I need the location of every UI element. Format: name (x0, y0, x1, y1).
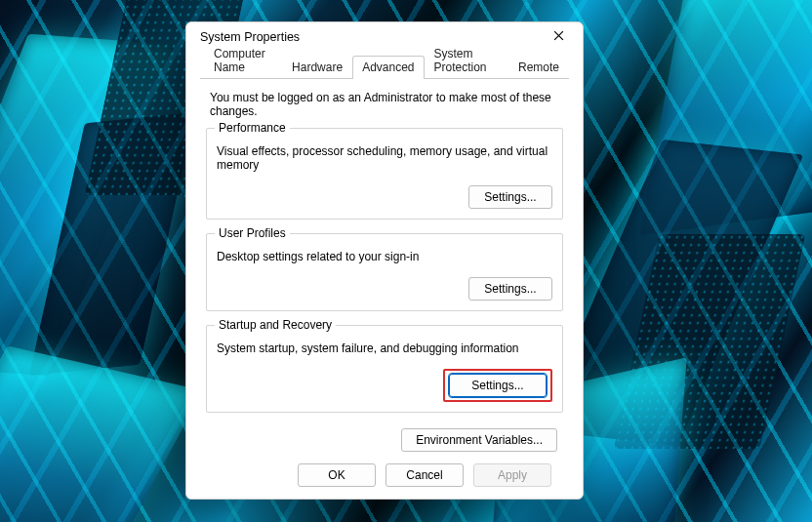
admin-note: You must be logged on as an Administrato… (210, 91, 563, 118)
group-user-profiles: User Profiles Desktop settings related t… (206, 233, 563, 311)
tab-system-protection[interactable]: System Protection (425, 42, 508, 79)
system-properties-dialog: System Properties Computer Name Hardware… (185, 21, 584, 500)
performance-settings-button[interactable]: Settings... (468, 185, 552, 209)
group-startup-recovery-desc: System startup, system failure, and debu… (217, 341, 552, 355)
group-user-profiles-legend: User Profiles (215, 226, 290, 240)
close-icon (553, 30, 564, 44)
ok-button[interactable]: OK (298, 463, 376, 487)
close-button[interactable] (538, 23, 579, 51)
tab-hardware[interactable]: Hardware (282, 56, 352, 79)
cancel-button[interactable]: Cancel (386, 463, 464, 487)
group-user-profiles-desc: Desktop settings related to your sign-in (217, 250, 552, 263)
startup-settings-highlight: Settings... (443, 369, 552, 402)
group-performance-desc: Visual effects, processor scheduling, me… (217, 144, 552, 172)
tab-advanced[interactable]: Advanced (352, 56, 424, 79)
environment-variables-button[interactable]: Environment Variables... (401, 428, 557, 452)
user-profiles-settings-button[interactable]: Settings... (468, 277, 552, 301)
tab-remote[interactable]: Remote (508, 56, 569, 79)
tab-computer-name[interactable]: Computer Name (204, 42, 282, 79)
group-startup-recovery: Startup and Recovery System startup, sys… (206, 325, 563, 413)
startup-recovery-settings-button[interactable]: Settings... (449, 374, 547, 397)
dialog-button-row: OK Cancel Apply (206, 452, 563, 487)
tab-page-advanced: You must be logged on as an Administrato… (200, 79, 569, 487)
apply-button[interactable]: Apply (473, 463, 551, 487)
group-performance: Performance Visual effects, processor sc… (206, 128, 563, 220)
group-startup-recovery-legend: Startup and Recovery (215, 318, 336, 332)
group-performance-legend: Performance (215, 121, 290, 135)
tabstrip: Computer Name Hardware Advanced System P… (200, 56, 569, 79)
